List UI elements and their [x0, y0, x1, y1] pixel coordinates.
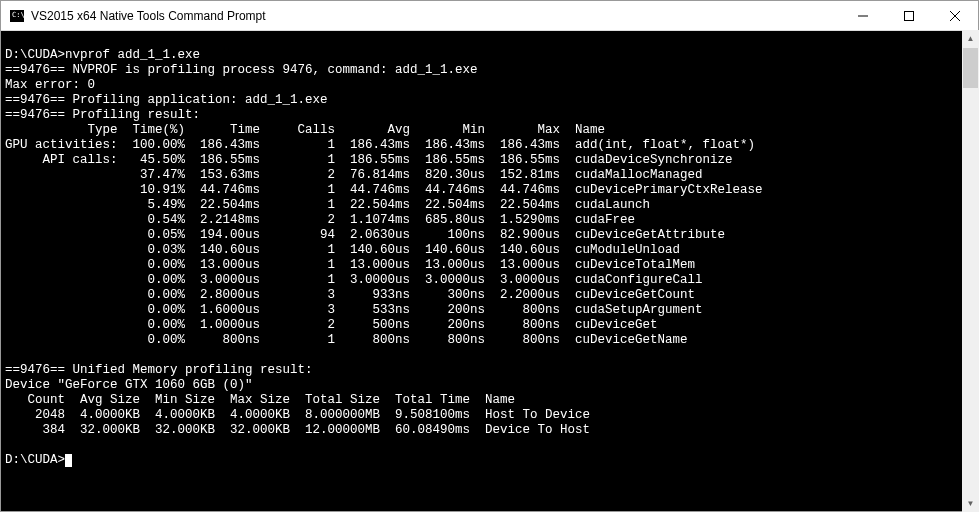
table-row: 0.03% 140.60us 1 140.60us 140.60us 140.6…: [5, 243, 974, 258]
scroll-thumb[interactable]: [963, 48, 978, 88]
prompt-line: D:\CUDA>nvprof add_1_1.exe: [5, 48, 974, 63]
blank-line: [5, 348, 974, 363]
maximize-button[interactable]: [886, 1, 932, 31]
table-row: 2048 4.0000KB 4.0000KB 4.0000KB 8.000000…: [5, 408, 974, 423]
table-row: 0.00% 800ns 1 800ns 800ns 800ns cuDevice…: [5, 333, 974, 348]
table-row: API calls: 45.50% 186.55ms 1 186.55ms 18…: [5, 153, 974, 168]
close-button[interactable]: [932, 1, 978, 31]
um-table-header: Count Avg Size Min Size Max Size Total S…: [5, 393, 974, 408]
blank-line: [5, 438, 974, 453]
output-line: Device "GeForce GTX 1060 6GB (0)": [5, 378, 974, 393]
table-header: Type Time(%) Time Calls Avg Min Max Name: [5, 123, 974, 138]
table-row: 384 32.000KB 32.000KB 32.000KB 12.00000M…: [5, 423, 974, 438]
svg-text:C:\: C:\: [12, 11, 25, 19]
minimize-button[interactable]: [840, 1, 886, 31]
table-row: 37.47% 153.63ms 2 76.814ms 820.30us 152.…: [5, 168, 974, 183]
table-row: 0.05% 194.00us 94 2.0630us 100ns 82.900u…: [5, 228, 974, 243]
titlebar: C:\ VS2015 x64 Native Tools Command Prom…: [1, 1, 978, 31]
table-row: 0.00% 3.0000us 1 3.0000us 3.0000us 3.000…: [5, 273, 974, 288]
table-row: 0.00% 1.6000us 3 533ns 200ns 800ns cudaS…: [5, 303, 974, 318]
scroll-up-arrow[interactable]: ▲: [962, 30, 979, 47]
svg-rect-4: [905, 11, 914, 20]
table-row: 5.49% 22.504ms 1 22.504ms 22.504ms 22.50…: [5, 198, 974, 213]
um-table-body: 2048 4.0000KB 4.0000KB 4.0000KB 8.000000…: [5, 408, 974, 438]
output-line: ==9476== Profiling result:: [5, 108, 974, 123]
output-line: ==9476== Profiling application: add_1_1.…: [5, 93, 974, 108]
output-line: ==9476== Unified Memory profiling result…: [5, 363, 974, 378]
terminal-content[interactable]: D:\CUDA>nvprof add_1_1.exe==9476== NVPRO…: [1, 31, 978, 512]
blank-line: [5, 33, 974, 48]
table-body: GPU activities: 100.00% 186.43ms 1 186.4…: [5, 138, 974, 348]
table-row: 10.91% 44.746ms 1 44.746ms 44.746ms 44.7…: [5, 183, 974, 198]
output-line: Max error: 0: [5, 78, 974, 93]
output-line: ==9476== NVPROF is profiling process 947…: [5, 63, 974, 78]
table-row: 0.00% 13.000us 1 13.000us 13.000us 13.00…: [5, 258, 974, 273]
table-row: 0.00% 1.0000us 2 500ns 200ns 800ns cuDev…: [5, 318, 974, 333]
table-row: GPU activities: 100.00% 186.43ms 1 186.4…: [5, 138, 974, 153]
scrollbar[interactable]: ▲ ▼: [962, 30, 979, 512]
window-controls: [840, 1, 978, 31]
scroll-down-arrow[interactable]: ▼: [962, 495, 979, 512]
app-icon: C:\: [9, 8, 25, 24]
prompt-line: D:\CUDA>: [5, 453, 974, 468]
cursor: [65, 454, 72, 467]
table-row: 0.54% 2.2148ms 2 1.1074ms 685.80us 1.529…: [5, 213, 974, 228]
table-row: 0.00% 2.8000us 3 933ns 300ns 2.2000us cu…: [5, 288, 974, 303]
window-title: VS2015 x64 Native Tools Command Prompt: [31, 9, 840, 23]
